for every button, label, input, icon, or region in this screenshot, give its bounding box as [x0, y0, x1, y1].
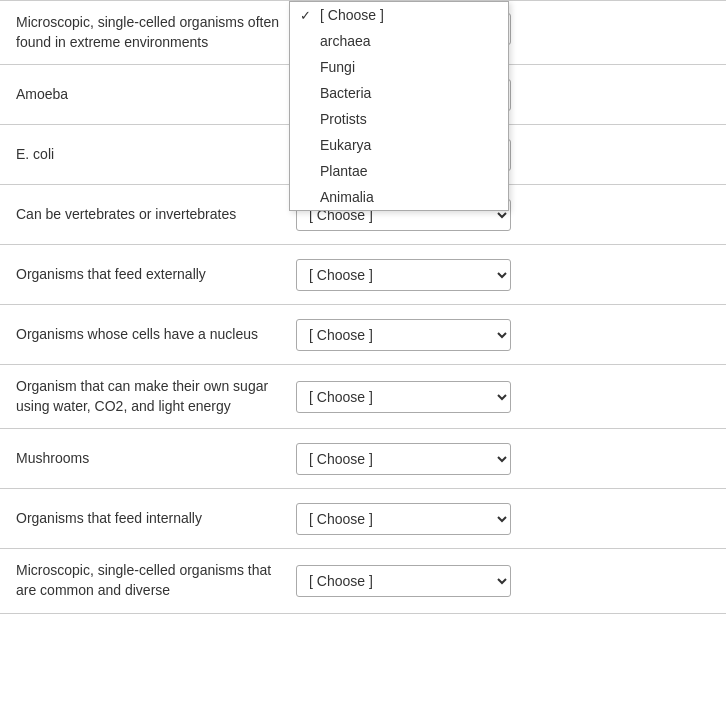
row-sugar-select-cell: [ Choose ]archaeaFungiBacteriaProtistsEu…: [296, 381, 710, 413]
row-nucleus: Organisms whose cells have a nucleus[ Ch…: [0, 305, 726, 365]
dropdown-option-eukarya[interactable]: Eukarya: [290, 132, 508, 158]
option-text: Bacteria: [320, 85, 371, 101]
row-feed-internally-label: Organisms that feed internally: [16, 509, 296, 529]
row-feed-externally: Organisms that feed externally[ Choose ]…: [0, 245, 726, 305]
sel-nucleus[interactable]: [ Choose ]archaeaFungiBacteriaProtistsEu…: [296, 319, 511, 351]
row-diverse: Microscopic, single-celled organisms tha…: [0, 549, 726, 613]
row-vertebrates-label: Can be vertebrates or invertebrates: [16, 205, 296, 225]
row-sugar: Organism that can make their own sugar u…: [0, 365, 726, 429]
option-text: Animalia: [320, 189, 374, 205]
dropdown-option-archaea[interactable]: archaea: [290, 28, 508, 54]
sel-diverse[interactable]: [ Choose ]archaeaFungiBacteriaProtistsEu…: [296, 565, 511, 597]
row-feed-externally-select-cell: [ Choose ]archaeaFungiBacteriaProtistsEu…: [296, 259, 710, 291]
row-feed-internally: Organisms that feed internally[ Choose ]…: [0, 489, 726, 549]
quiz-table: Microscopic, single-celled organisms oft…: [0, 0, 726, 614]
row-amoeba-label: Amoeba: [16, 85, 296, 105]
dropdown-option-fungi[interactable]: Fungi: [290, 54, 508, 80]
row-nucleus-select-cell: [ Choose ]archaeaFungiBacteriaProtistsEu…: [296, 319, 710, 351]
dropdown-option-animalia[interactable]: Animalia: [290, 184, 508, 210]
option-text: [ Choose ]: [320, 7, 384, 23]
row-mushrooms-select-cell: [ Choose ]archaeaFungiBacteriaProtistsEu…: [296, 443, 710, 475]
option-text: Plantae: [320, 163, 367, 179]
row-diverse-label: Microscopic, single-celled organisms tha…: [16, 561, 296, 600]
dropdown-option-plantae[interactable]: Plantae: [290, 158, 508, 184]
option-check-choose: ✓: [300, 8, 316, 23]
sel-feed-internally[interactable]: [ Choose ]archaeaFungiBacteriaProtistsEu…: [296, 503, 511, 535]
row-diverse-select-cell: [ Choose ]archaeaFungiBacteriaProtistsEu…: [296, 565, 710, 597]
option-text: Fungi: [320, 59, 355, 75]
sel-feed-externally[interactable]: [ Choose ]archaeaFungiBacteriaProtistsEu…: [296, 259, 511, 291]
sel-mushrooms[interactable]: [ Choose ]archaeaFungiBacteriaProtistsEu…: [296, 443, 511, 475]
row-archaea: Microscopic, single-celled organisms oft…: [0, 0, 726, 65]
dropdown-option-protists[interactable]: Protists: [290, 106, 508, 132]
option-text: archaea: [320, 33, 371, 49]
row-feed-externally-label: Organisms that feed externally: [16, 265, 296, 285]
row-nucleus-label: Organisms whose cells have a nucleus: [16, 325, 296, 345]
option-text: Protists: [320, 111, 367, 127]
row-sugar-label: Organism that can make their own sugar u…: [16, 377, 296, 416]
row-mushrooms-label: Mushrooms: [16, 449, 296, 469]
row-feed-internally-select-cell: [ Choose ]archaeaFungiBacteriaProtistsEu…: [296, 503, 710, 535]
dropdown-option-choose[interactable]: ✓[ Choose ]: [290, 2, 508, 28]
row-ecoli-label: E. coli: [16, 145, 296, 165]
dropdown-option-bacteria[interactable]: Bacteria: [290, 80, 508, 106]
row-mushrooms: Mushrooms[ Choose ]archaeaFungiBacteriaP…: [0, 429, 726, 489]
option-text: Eukarya: [320, 137, 371, 153]
row-archaea-label: Microscopic, single-celled organisms oft…: [16, 13, 296, 52]
row-archaea-dropdown-overlay: ✓[ Choose ]archaeaFungiBacteriaProtistsE…: [289, 1, 509, 211]
sel-sugar[interactable]: [ Choose ]archaeaFungiBacteriaProtistsEu…: [296, 381, 511, 413]
